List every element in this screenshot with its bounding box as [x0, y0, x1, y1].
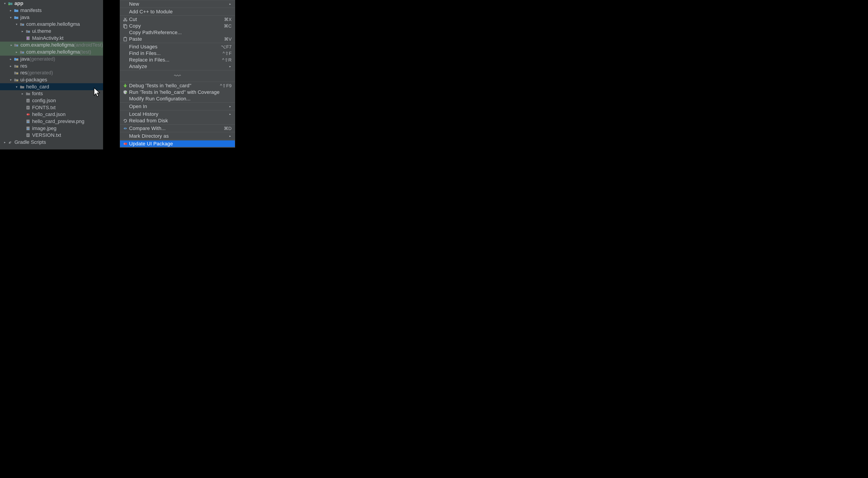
menu-item[interactable]: Modify Run Configuration... [120, 95, 235, 102]
chevron-down-icon[interactable]: ▾ [14, 22, 19, 26]
menu-item-label: Analyze [129, 63, 227, 69]
menu-item-label: Copy Path/Reference... [129, 30, 232, 35]
tree-row[interactable]: ▸ui.theme [0, 28, 103, 35]
tree-row[interactable]: ▾hello_card [0, 83, 103, 90]
chevron-right-icon[interactable]: ▸ [8, 64, 13, 68]
svg-rect-19 [26, 120, 30, 123]
menu-item-label: Open In [129, 103, 227, 110]
menu-item-shortcut: ^⇧F [223, 51, 232, 56]
tree-row[interactable]: ▾app [0, 0, 103, 7]
chevron-right-icon[interactable]: ▸ [8, 57, 13, 61]
tree-row[interactable]: hello_card.json [0, 111, 103, 118]
menu-item[interactable]: Reload from Disk [120, 117, 235, 124]
tree-row[interactable]: MainActivity.kt [0, 35, 103, 41]
svg-point-44 [125, 143, 127, 145]
menu-item[interactable]: Cut⌘X [120, 16, 235, 23]
tree-row[interactable]: ▸res [0, 62, 103, 69]
tree-row-suffix: (generated) [29, 56, 55, 62]
menu-item[interactable]: Mark Directory as▸ [120, 133, 235, 139]
menu-item[interactable]: Copy⌘C [120, 23, 235, 29]
menu-ellipsis-icon: 〰 [120, 71, 235, 81]
tree-row[interactable]: res (generated) [0, 69, 103, 77]
menu-item[interactable]: Local History▸ [120, 111, 235, 117]
tree-row[interactable]: ▸Gradle Scripts [0, 139, 103, 146]
menu-item[interactable]: Find in Files...^⇧F [120, 50, 235, 57]
chevron-none-icon [20, 112, 24, 116]
tree-row[interactable]: ▾java [0, 14, 103, 21]
menu-item[interactable]: Add C++ to Module [120, 8, 235, 15]
menu-separator [120, 70, 235, 70]
tree-row[interactable]: image.jpeg [0, 125, 103, 132]
menu-item[interactable]: Analyze▸ [120, 63, 235, 70]
chevron-right-icon[interactable]: ▸ [10, 43, 13, 47]
menu-item-shortcut: ⌘V [224, 36, 232, 42]
svg-marker-41 [124, 127, 125, 129]
tree-row[interactable]: ▸com.example.hellofigma (androidTest) [0, 41, 103, 49]
tree-row-label: com.example.hellofigma [26, 49, 80, 55]
chevron-down-icon[interactable]: ▾ [8, 16, 13, 20]
menu-item[interactable]: Replace in Files...^⇧R [120, 57, 235, 63]
tree-row[interactable]: FONTS.txt [0, 104, 103, 111]
chevron-right-icon: ▸ [229, 65, 232, 68]
menu-item-label: Cut [129, 17, 224, 22]
tree-row-label: config.json [32, 98, 56, 103]
menu-item[interactable]: Open In▸ [120, 103, 235, 110]
tree-row[interactable]: ▸manifests [0, 7, 103, 14]
menu-item[interactable]: Copy Path/Reference... [120, 29, 235, 36]
tree-row[interactable]: ▸java (generated) [0, 56, 103, 63]
chevron-none-icon [8, 71, 13, 75]
chevron-none-icon [20, 133, 24, 137]
tree-row-label: hello_card.json [32, 112, 66, 117]
chevron-right-icon[interactable]: ▸ [14, 50, 19, 54]
svg-rect-21 [26, 127, 30, 130]
image-file-icon [26, 126, 30, 130]
tree-row-label: hello_card [26, 84, 49, 90]
chevron-right-icon: ▸ [229, 135, 232, 138]
tree-row-label: com.example.hellofigma [26, 21, 80, 27]
menu-item[interactable]: Paste⌘V [120, 36, 235, 42]
menu-item[interactable]: Compare With...⌘D [120, 125, 235, 131]
tree-row[interactable]: hello_card_preview.png [0, 118, 103, 125]
menu-item[interactable]: New▸ [120, 1, 235, 7]
chevron-right-icon[interactable]: ▸ [8, 8, 13, 12]
chevron-down-icon[interactable]: ▾ [3, 1, 7, 5]
tree-row[interactable]: VERSION.txt [0, 132, 103, 139]
project-tree-panel: ▾app▸manifests▾java▾com.example.hellofig… [0, 0, 103, 149]
chevron-down-icon[interactable]: ▾ [8, 78, 13, 82]
menu-item-label: Paste [129, 36, 224, 42]
tree-row[interactable]: ▸fonts [0, 90, 103, 97]
menu-item[interactable]: Debug 'Tests in 'hello_card''^⇧F9 [120, 82, 235, 89]
tree-row[interactable]: ▸com.example.hellofigma (test) [0, 49, 103, 56]
tree-row[interactable]: ▾ui-packages [0, 77, 103, 84]
menu-item-label: Modify Run Configuration... [129, 96, 232, 102]
tree-row[interactable]: ▾com.example.hellofigma [0, 21, 103, 28]
package-folder-icon [20, 22, 24, 26]
chevron-right-icon: ▸ [229, 113, 232, 116]
menu-item[interactable]: Run 'Tests in 'hello_card'' with Coverag… [120, 89, 235, 95]
svg-text:{}: {} [27, 100, 29, 102]
tree-row-label: Gradle Scripts [14, 139, 46, 145]
menu-item[interactable]: Find Usages⌥F7 [120, 43, 235, 50]
folder-res-icon [14, 71, 19, 75]
tree-row[interactable]: {}config.json [0, 97, 103, 104]
svg-point-5 [17, 45, 18, 47]
chevron-right-icon: ▸ [229, 3, 232, 5]
menu-item-label: New [129, 1, 227, 7]
text-file-icon [26, 106, 30, 110]
chevron-down-icon[interactable]: ▾ [14, 85, 19, 89]
tree-row-label: VERSION.txt [32, 132, 61, 138]
tree-row-label: hello_card_preview.png [32, 118, 84, 124]
menu-item-label: Find in Files... [129, 51, 223, 56]
menu-item-shortcut: ⌥F7 [221, 44, 232, 50]
tree-row-label: fonts [32, 91, 43, 96]
chevron-none-icon [20, 36, 24, 40]
chevron-right-icon[interactable]: ▸ [20, 29, 24, 33]
blank-icon [123, 44, 128, 49]
chevron-right-icon: ▸ [229, 105, 232, 108]
menu-item-shortcut: ⌘X [224, 17, 232, 22]
blank-icon [123, 96, 128, 101]
chevron-right-icon[interactable]: ▸ [20, 92, 24, 96]
paste-icon [123, 37, 128, 41]
chevron-right-icon[interactable]: ▸ [3, 140, 7, 144]
menu-item[interactable]: Update UI Package [120, 141, 235, 147]
